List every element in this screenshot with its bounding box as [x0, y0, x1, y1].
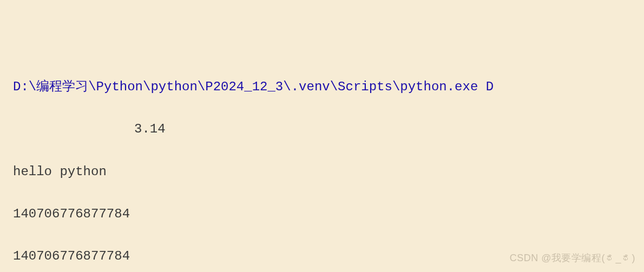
output-string: hello python: [13, 163, 631, 180]
output-float-value: 3.14: [13, 121, 631, 137]
watermark: CSDN @我要学编程(ಥ_ಥ): [510, 252, 635, 264]
command-line: D:\编程学习\Python\python\P2024_12_3\.venv\S…: [13, 78, 631, 95]
output-id-1: 140706776877784: [13, 205, 631, 222]
